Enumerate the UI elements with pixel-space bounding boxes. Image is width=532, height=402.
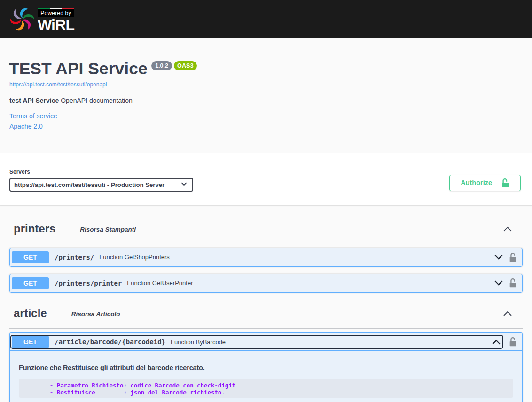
api-description: test API Service OpenAPI documentation [9,97,523,104]
tag-section-article: article Risorsa Articolo GET /article/ba… [9,303,523,402]
wirl-logo[interactable]: Powered by WiRL [9,4,74,33]
italian-flag-stripe [38,8,74,9]
section-header-article[interactable]: article Risorsa Articolo [9,303,523,329]
opblock-summary-control[interactable]: GET /printers/ Function GetShopPrinters [12,251,509,263]
opblock-summary[interactable]: GET /printers/ Function GetShopPrinters [10,248,522,266]
method-badge-get: GET [12,336,49,348]
op-chevron-up-icon[interactable] [492,340,501,345]
terms-of-service-link[interactable]: Terms of service [9,112,523,120]
auth-lock-button[interactable] [509,337,516,347]
unlock-icon-gray [509,337,516,347]
license-link[interactable]: Apache 2.0 [9,123,523,130]
auth-lock-button[interactable] [509,252,516,263]
opblock-get-printers-printer: GET /printers/printer Function GetUserPr… [9,274,523,293]
opblock-summary-control[interactable]: GET /article/barcode/{barcodeid} Functio… [10,335,503,349]
op-description: Funzione che Restituisce gli attributi d… [19,364,513,371]
opblock-body: Funzione che Restituisce gli attributi d… [10,351,522,402]
servers-label: Servers [9,169,193,175]
section-header-printers[interactable]: printers Risorsa Stampanti [9,218,523,244]
pinwheel-icon [9,5,35,33]
op-summary-text: Function GetShopPrinters [99,254,494,261]
op-chevron-down-icon[interactable] [494,255,503,260]
op-path: /article/barcode/{barcodeid} [55,338,165,346]
powered-by-badge: Powered by [38,8,74,17]
server-select[interactable]: https://api.test.com/test/tessuti - Prod… [9,178,193,192]
info-section: TEST API Service 1.0.2 OAS3 https://api.… [9,38,523,130]
spec-url-link[interactable]: https://api.test.com/test/tessuti/openap… [9,81,107,88]
section-description: Risorsa Stampanti [80,225,136,233]
section-title: printers [14,222,55,235]
section-title: article [14,307,47,320]
tag-section-printers: printers Risorsa Stampanti GET /printers… [9,218,523,300]
unlock-icon [501,178,509,188]
unlock-icon-gray [509,252,516,263]
opblock-summary[interactable]: GET /article/barcode/{barcodeid} Functio… [10,333,522,351]
op-summary-text: Function ByBarcode [171,339,492,346]
flag-red-stripe [62,8,74,9]
auth-lock-button[interactable] [509,278,516,288]
unlock-icon-gray [509,278,516,288]
oas3-badge: OAS3 [174,61,197,70]
op-path: /printers/ [55,254,94,261]
flag-green-stripe [38,8,50,9]
scheme-container: Servers https://api.test.com/test/tessut… [0,153,532,205]
opblock-get-article-barcode: GET /article/barcode/{barcodeid} Functio… [9,332,523,402]
opblock-summary[interactable]: GET /printers/printer Function GetUserPr… [10,274,522,292]
section-description: Risorsa Articolo [71,309,120,317]
page-title: TEST API Service [9,59,148,78]
topbar: Powered by WiRL [0,0,532,38]
version-badge: 1.0.2 [151,61,172,70]
op-path: /printers/printer [55,279,122,287]
op-chevron-down-icon[interactable] [494,280,503,286]
method-badge-get: GET [12,251,49,263]
op-description-code-block: - Parametro Richiesto: codice Barcode co… [19,379,513,398]
section-chevron-up-icon[interactable] [503,226,512,232]
section-chevron-up-icon[interactable] [503,311,512,316]
authorize-button[interactable]: Authorize [449,175,521,191]
opblock-summary-control[interactable]: GET /printers/printer Function GetUserPr… [12,277,509,289]
opblock-get-printers: GET /printers/ Function GetShopPrinters [9,248,523,267]
servers-block: Servers https://api.test.com/test/tessut… [9,169,193,192]
powered-by-label: Powered by [40,10,71,16]
flag-white-stripe [50,8,62,9]
op-summary-text: Function GetUserPrinter [127,279,494,286]
brand-name: WiRL [38,18,74,32]
method-badge-get: GET [12,277,49,289]
